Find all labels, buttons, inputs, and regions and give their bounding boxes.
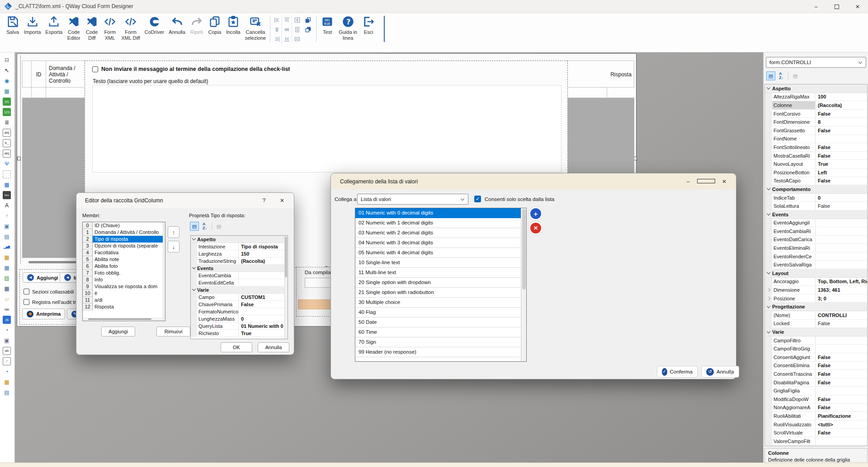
align-top-icon[interactable]: [282, 15, 292, 25]
property-row[interactable]: AltezzaRigaMax100: [765, 93, 867, 102]
table-coin-icon[interactable]: ▦: [3, 253, 11, 262]
property-category[interactable]: Varie: [765, 328, 867, 336]
list-item[interactable]: 02 Numeric with 1 decimal digits: [355, 218, 526, 228]
property-row[interactable]: DisabilitaPaginaFalse: [765, 378, 867, 387]
property-category[interactable]: Events: [191, 265, 288, 272]
layout-icon[interactable]: ▦: [3, 181, 11, 189]
property-value[interactable]: 100: [816, 94, 867, 99]
property-row[interactable]: Dimensione1363; 461: [765, 286, 867, 294]
dialog-close-button[interactable]: ✕: [273, 197, 291, 204]
property-value[interactable]: (Raccolta): [239, 258, 288, 264]
property-category[interactable]: Aspetto: [765, 84, 867, 93]
toolbar-button-esporta[interactable]: Esporta: [43, 13, 65, 41]
toolbar-button-code-diff[interactable]: Code Diff: [83, 13, 101, 41]
property-row[interactable]: EventoEliminaRi: [765, 244, 867, 252]
fraction-icon[interactable]: 2/1: [3, 98, 11, 106]
property-row[interactable]: RichiestoTrue: [191, 330, 288, 337]
property-category[interactable]: Comportamento: [765, 185, 867, 194]
property-value[interactable]: Pianificazione: [816, 413, 867, 419]
alphabetical-sort-icon[interactable]: AZ↓: [200, 222, 209, 231]
property-row[interactable]: Larghezza150: [191, 250, 288, 257]
dialog-close-button[interactable]: ✕: [715, 178, 733, 185]
list-item[interactable]: 30 Multiple choice: [355, 298, 526, 308]
property-value[interactable]: False: [816, 380, 867, 385]
image-icon[interactable]: ▨: [3, 274, 11, 282]
size-width-icon[interactable]: [292, 34, 302, 44]
toolbar-button-codriver[interactable]: CoDriver: [142, 13, 166, 41]
property-row[interactable]: QueryLista01 Numeric with 0 decimal digi…: [191, 322, 288, 330]
property-row[interactable]: IndiceTab0: [765, 194, 867, 202]
member-row[interactable]: 7Foto obblig.: [83, 270, 165, 276]
property-row[interactable]: EventoAggiungiI: [765, 219, 867, 228]
property-value[interactable]: <tutti>: [816, 422, 867, 427]
table2-icon[interactable]: ▦: [3, 378, 11, 386]
textbox2-icon[interactable]: ab|: [3, 149, 11, 158]
ab-button-icon[interactable]: ab: [3, 347, 11, 355]
property-row[interactable]: TraduzioneString(Raccolta): [191, 257, 288, 265]
property-value[interactable]: False: [816, 371, 867, 377]
member-row[interactable]: 9Visualizza se risposta a dom: [83, 283, 165, 290]
conferma-button[interactable]: ✓ Conferma: [657, 366, 698, 378]
textbox-icon[interactable]: ab|: [3, 129, 11, 137]
list-icon[interactable]: ≣: [3, 118, 11, 126]
property-value[interactable]: False: [816, 128, 867, 133]
toolbar-button-form-xml-diff[interactable]: Form XML Diff: [119, 13, 142, 41]
preview-window-icon[interactable]: ▣: [3, 222, 11, 230]
property-row[interactable]: FontNome: [765, 135, 867, 144]
member-row[interactable]: 1Domanda / Attività / Controllo: [83, 229, 165, 236]
toolbar-button-copia[interactable]: Copia: [206, 13, 224, 41]
property-category[interactable]: Aspetto: [191, 236, 288, 243]
member-row[interactable]: 5Abilita note: [83, 256, 165, 263]
property-value[interactable]: False: [816, 363, 867, 368]
property-value[interactable]: True: [816, 161, 867, 167]
member-row[interactable]: 0ID (Chiave): [83, 222, 165, 229]
ok-button[interactable]: OK: [221, 342, 252, 352]
list-item[interactable]: 21 Single option with radiobutton: [355, 288, 526, 298]
property-row[interactable]: FontDimensione8: [765, 118, 867, 126]
property-row[interactable]: FontSottolineatoFalse: [765, 143, 867, 152]
member-row[interactable]: 10è: [83, 290, 165, 297]
property-row[interactable]: FontCorsivoFalse: [765, 110, 867, 118]
property-category[interactable]: Events: [765, 210, 867, 219]
property-value[interactable]: False: [816, 111, 867, 117]
property-value[interactable]: 150: [239, 251, 288, 257]
value-list-scrollbar[interactable]: [521, 208, 526, 361]
window-gear-icon[interactable]: ▣: [3, 336, 11, 345]
object-selector-dropdown[interactable]: form.CONTROLLI: [766, 57, 866, 68]
members-vscrollbar[interactable]: [163, 222, 165, 321]
size-height-icon[interactable]: [292, 25, 302, 34]
toolbar-button-code-editor[interactable]: Code Editor: [65, 13, 83, 41]
property-row[interactable]: GrigliaFiglia: [765, 387, 867, 395]
list-item[interactable]: 40 Flag: [355, 308, 526, 318]
list-item[interactable]: 03 Numeric with 2 decimal digits: [355, 228, 526, 238]
property-value[interactable]: False: [816, 355, 867, 360]
member-row[interactable]: 8Info: [83, 276, 165, 283]
toolbar-button-importa[interactable]: Importa: [22, 13, 43, 41]
property-row[interactable]: TestoACapoFalse: [765, 177, 867, 186]
property-row[interactable]: ConsentiAggiuntFalse: [765, 353, 867, 362]
property-value[interactable]: False: [816, 397, 867, 402]
clock-icon[interactable]: ◔: [3, 368, 11, 376]
property-row[interactable]: FormatoNumerico: [191, 308, 288, 315]
list-item[interactable]: 20 Single option with dropdown: [355, 278, 526, 288]
members-hscrollbar[interactable]: [83, 318, 163, 321]
list-item[interactable]: 70 Sign: [355, 337, 526, 347]
grid-icon[interactable]: ▦: [3, 285, 11, 293]
grid-col-id[interactable]: ID: [32, 61, 46, 88]
member-row[interactable]: 2Tipo di risposta: [83, 236, 165, 243]
property-value[interactable]: 3; 0: [816, 296, 867, 301]
property-row[interactable]: ConsentiEliminaFalse: [765, 362, 867, 370]
grid-col-risposta[interactable]: Risposta: [607, 61, 635, 88]
property-category[interactable]: Layout: [765, 269, 867, 278]
property-row[interactable]: EventoDatiCarica: [765, 236, 867, 244]
add-value-button[interactable]: +: [530, 208, 541, 219]
size-both-icon[interactable]: [292, 15, 302, 25]
list-item[interactable]: 05 Numeric with 4 decimal digits: [355, 248, 526, 258]
numeric-icon[interactable]: 123: [3, 108, 11, 116]
dialog-help-button[interactable]: ?: [255, 197, 273, 204]
message-textarea[interactable]: [92, 85, 561, 173]
align-center-h-icon[interactable]: [272, 25, 282, 34]
property-value[interactable]: CONTROLLI: [816, 313, 867, 318]
member-row[interactable]: 4Facoltativa: [83, 249, 165, 256]
registra-audit-checkbox[interactable]: [24, 299, 29, 305]
